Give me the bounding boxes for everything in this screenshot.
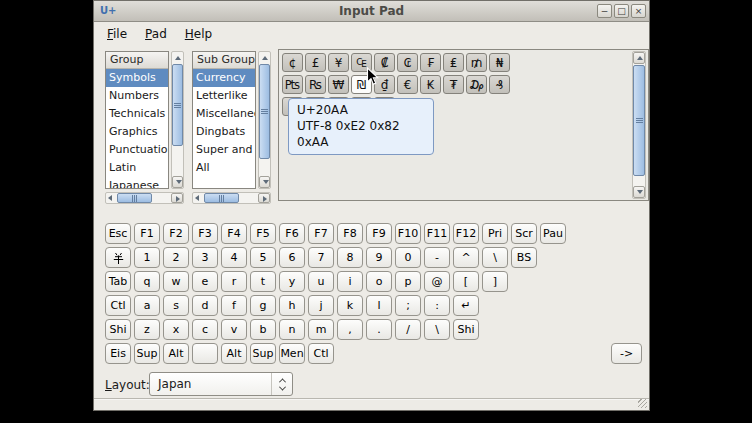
kb-key[interactable]: F6	[279, 223, 305, 244]
kb-key[interactable]	[105, 247, 131, 268]
kb-key[interactable]: F10	[395, 223, 421, 244]
kb-key[interactable]: ↵	[453, 295, 479, 316]
kb-key[interactable]: F8	[337, 223, 363, 244]
kb-key[interactable]: Men	[279, 343, 305, 364]
kb-key[interactable]: Alt	[221, 343, 247, 364]
list-item[interactable]: Currency	[193, 69, 255, 87]
kb-key[interactable]: F4	[221, 223, 247, 244]
menu-pad[interactable]: Pad	[143, 26, 169, 42]
char-vscroll-up-button[interactable]	[633, 52, 645, 64]
kb-key[interactable]: 2	[163, 247, 189, 268]
kb-key[interactable]: [	[453, 271, 479, 292]
subgroup-hscroll-thumb[interactable]	[204, 193, 239, 203]
group-vscroll-thumb[interactable]	[172, 64, 183, 146]
char-key[interactable]: €	[397, 75, 418, 94]
kb-key[interactable]: Sup	[250, 343, 276, 364]
char-key[interactable]: ₤	[443, 53, 464, 72]
kb-key[interactable]: g	[250, 295, 276, 316]
kb-key[interactable]: y	[279, 271, 305, 292]
kb-key[interactable]: F9	[366, 223, 392, 244]
kb-key[interactable]: n	[279, 319, 305, 340]
menu-help[interactable]: Help	[183, 26, 214, 42]
kb-key[interactable]: 8	[337, 247, 363, 268]
kb-key[interactable]: F2	[163, 223, 189, 244]
kb-key[interactable]: v	[221, 319, 247, 340]
scroll-up-icon[interactable]	[175, 56, 181, 60]
subgroup-hscrollbar[interactable]	[192, 192, 271, 204]
kb-key[interactable]: F3	[192, 223, 218, 244]
subgroup-vscroll-thumb[interactable]	[259, 64, 270, 159]
group-hscroll-thumb[interactable]	[117, 193, 152, 203]
char-key[interactable]: ₧	[282, 75, 303, 94]
menu-file[interactable]: File	[105, 26, 129, 42]
close-button[interactable]: ×	[631, 4, 646, 18]
kb-key[interactable]: /	[395, 319, 421, 340]
kb-key[interactable]: Tab	[105, 271, 131, 292]
list-item[interactable]: Technicals	[106, 105, 168, 123]
kb-key[interactable]: ]	[482, 271, 508, 292]
group-hscroll-right-button[interactable]	[171, 193, 183, 203]
char-key[interactable]: ₯	[466, 75, 487, 94]
kb-key[interactable]: Esc	[105, 223, 131, 244]
kb-key[interactable]: 7	[308, 247, 334, 268]
list-item[interactable]: Dingbats	[193, 123, 255, 141]
kb-key[interactable]: Scr	[511, 223, 537, 244]
scroll-left-icon[interactable]	[108, 195, 112, 201]
kb-key[interactable]: F7	[308, 223, 334, 244]
kb-key[interactable]: Pri	[482, 223, 508, 244]
kb-key[interactable]: x	[163, 319, 189, 340]
group-column-header[interactable]: Group	[106, 52, 168, 69]
resize-grip-icon[interactable]	[638, 399, 647, 408]
kb-key[interactable]: d	[192, 295, 218, 316]
subgroup-vscroll-down-button[interactable]	[259, 176, 270, 188]
kb-key[interactable]: Ctl	[105, 295, 131, 316]
kb-key[interactable]: q	[134, 271, 160, 292]
layout-combobox[interactable]: Japan	[149, 372, 293, 396]
list-item[interactable]: All	[193, 159, 255, 177]
kb-key[interactable]: e	[192, 271, 218, 292]
list-item[interactable]: Japanese	[106, 177, 168, 189]
kb-key[interactable]: Alt	[163, 343, 189, 364]
group-hscrollbar[interactable]	[105, 192, 184, 204]
kb-key[interactable]: j	[308, 295, 334, 316]
kb-key[interactable]: @	[424, 271, 450, 292]
kb-key[interactable]: f	[221, 295, 247, 316]
kb-key[interactable]: F1	[134, 223, 160, 244]
char-key[interactable]: ₩	[328, 75, 349, 94]
kb-key[interactable]: a	[134, 295, 160, 316]
list-item[interactable]: Numbers	[106, 87, 168, 105]
char-key[interactable]: ₥	[466, 53, 487, 72]
kb-key[interactable]: r	[221, 271, 247, 292]
kb-key[interactable]: Shi	[105, 319, 131, 340]
minimize-button[interactable]: −	[597, 4, 612, 18]
kb-key[interactable]: Ctl	[308, 343, 334, 364]
char-key[interactable]: ₨	[305, 75, 326, 94]
scroll-up-icon[interactable]	[262, 56, 268, 60]
kb-key[interactable]: BS	[511, 247, 537, 268]
kb-key[interactable]: m	[308, 319, 334, 340]
kb-key[interactable]: p	[395, 271, 421, 292]
kb-key[interactable]: :	[424, 295, 450, 316]
char-key[interactable]: £	[305, 53, 326, 72]
kb-key[interactable]: i	[337, 271, 363, 292]
kb-key[interactable]: Shi	[453, 319, 479, 340]
kb-key[interactable]: 3	[192, 247, 218, 268]
kb-key[interactable]: ;	[395, 295, 421, 316]
kb-key[interactable]: Sup	[134, 343, 160, 364]
list-item[interactable]: Graphics	[106, 123, 168, 141]
kb-key[interactable]: Eis	[105, 343, 131, 364]
kb-key[interactable]: 4	[221, 247, 247, 268]
char-key[interactable]: ₭	[420, 75, 441, 94]
kb-key[interactable]: F11	[424, 223, 450, 244]
char-vscroll-down-button[interactable]	[633, 186, 645, 198]
kb-key[interactable]: h	[279, 295, 305, 316]
kb-key[interactable]	[192, 343, 218, 364]
list-item[interactable]: Punctuation	[106, 141, 168, 159]
kb-key[interactable]: 5	[250, 247, 276, 268]
list-item[interactable]: Super and S	[193, 141, 255, 159]
kb-key[interactable]: \	[424, 319, 450, 340]
kb-key[interactable]: c	[192, 319, 218, 340]
subgroup-column-header[interactable]: Sub Group	[193, 52, 255, 69]
kb-key[interactable]: .	[366, 319, 392, 340]
subgroup-vscrollbar[interactable]	[258, 51, 271, 189]
